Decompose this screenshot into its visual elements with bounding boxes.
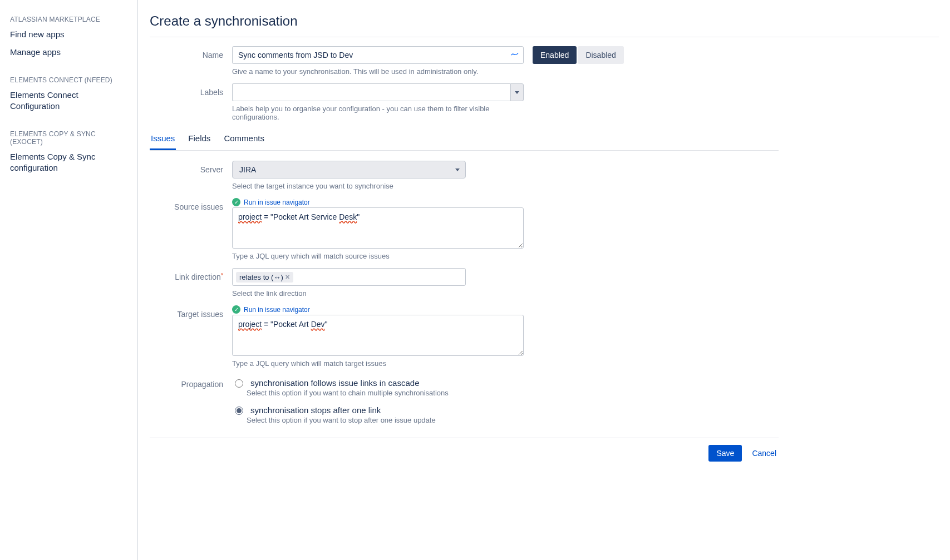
propagation-option-label: synchronisation follows issue links in c…: [250, 378, 419, 388]
sidebar-section-title: ELEMENTS CONNECT (NFEED): [0, 71, 137, 86]
divider: [150, 37, 939, 37]
sidebar: ATLASSIAN MARKETPLACE Find new apps Mana…: [0, 0, 137, 560]
propagation-option-label: synchronisation stops after one link: [250, 405, 381, 415]
chip-remove-icon[interactable]: ✕: [285, 274, 290, 281]
propagation-radio-stop[interactable]: [235, 407, 243, 415]
check-circle-icon: ✓: [232, 305, 240, 314]
autofill-icon: [510, 50, 519, 61]
server-helper: Select the target instance you want to s…: [232, 182, 533, 190]
server-label: Server: [150, 161, 232, 174]
sidebar-section-title: ELEMENTS COPY & SYNC (EXOCET): [0, 125, 137, 148]
propagation-label: Propagation: [150, 375, 232, 389]
source-jql-helper: Type a JQL query which will match source…: [232, 252, 533, 260]
labels-input[interactable]: [232, 83, 510, 101]
name-helper: Give a name to your synchronisation. Thi…: [232, 67, 524, 76]
enabled-toggle-group: Enabled Disabled: [533, 46, 624, 64]
footer: Save Cancel: [150, 438, 779, 475]
main-content: Create a synchronisation Name: [137, 0, 950, 560]
chevron-down-icon: [515, 91, 519, 94]
page-title: Create a synchronisation: [150, 13, 939, 29]
labels-dropdown-button[interactable]: [510, 83, 524, 101]
tab-fields[interactable]: Fields: [187, 129, 211, 150]
tab-issues[interactable]: Issues: [150, 129, 176, 150]
source-jql-textarea[interactable]: project = "Pocket Art Service Desk": [232, 207, 524, 249]
check-circle-icon: ✓: [232, 198, 240, 206]
labels-label: Labels: [150, 83, 232, 97]
sidebar-item-manage-apps[interactable]: Manage apps: [0, 43, 137, 61]
target-jql-helper: Type a JQL query which will match target…: [232, 359, 533, 368]
source-run-in-navigator-link[interactable]: Run in issue navigator: [244, 199, 310, 206]
target-jql-textarea[interactable]: project = "Pocket Art Dev": [232, 315, 524, 356]
sidebar-item-elements-copy-sync-config[interactable]: Elements Copy & Sync configuration: [0, 148, 137, 176]
server-select-value: JIRA: [239, 165, 256, 174]
link-direction-chip: relates to (↔) ✕: [236, 272, 293, 283]
name-input[interactable]: [232, 46, 524, 64]
save-button[interactable]: Save: [708, 445, 742, 462]
propagation-option-help: Select this option if you want to stop a…: [247, 416, 533, 424]
name-label: Name: [150, 46, 232, 60]
target-run-in-navigator-link[interactable]: Run in issue navigator: [244, 306, 310, 314]
link-direction-input[interactable]: relates to (↔) ✕: [232, 268, 466, 286]
sidebar-item-find-new-apps[interactable]: Find new apps: [0, 26, 137, 43]
link-direction-helper: Select the link direction: [232, 289, 533, 298]
labels-helper: Labels help you to organise your configu…: [232, 105, 533, 121]
disabled-button[interactable]: Disabled: [578, 46, 623, 64]
enabled-button[interactable]: Enabled: [533, 46, 577, 64]
tab-comments[interactable]: Comments: [223, 129, 265, 150]
source-issues-label: Source issues: [150, 198, 232, 211]
sidebar-item-elements-connect-config[interactable]: Elements Connect Configuration: [0, 86, 137, 115]
propagation-option-help: Select this option if you want to chain …: [247, 389, 533, 397]
target-issues-label: Target issues: [150, 305, 232, 319]
server-select[interactable]: JIRA: [232, 161, 466, 179]
tabs: Issues Fields Comments: [150, 129, 779, 151]
link-direction-label: Link direction: [150, 268, 232, 281]
propagation-radio-cascade[interactable]: [235, 379, 243, 388]
cancel-button[interactable]: Cancel: [750, 445, 779, 462]
chevron-down-icon: [455, 169, 460, 171]
sidebar-section-title: ATLASSIAN MARKETPLACE: [0, 10, 137, 26]
